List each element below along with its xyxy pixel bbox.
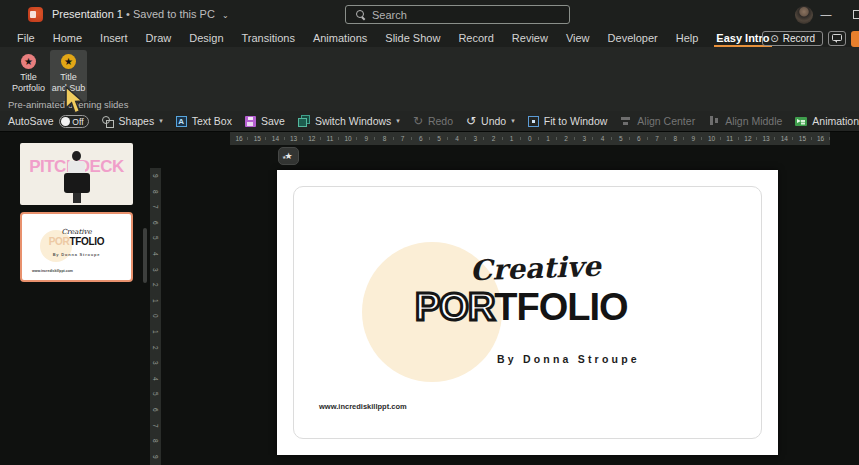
powerpoint-logo-icon — [28, 7, 43, 22]
record-button[interactable]: ⊙ Record — [762, 31, 823, 46]
tab-file[interactable]: File — [8, 31, 44, 47]
vruler-tick: 1 — [148, 295, 164, 306]
hruler-tick: 12 — [739, 135, 757, 142]
redo-button: ↻Redo — [413, 115, 453, 127]
tab-home[interactable]: Home — [44, 31, 91, 47]
document-title[interactable]: Presentation 1 • Saved to this PC ⌄ — [52, 8, 229, 20]
hruler-tick: 16 — [230, 135, 248, 142]
vruler-tick: 2 — [148, 342, 164, 353]
document-name: Presentation 1 — [52, 8, 123, 20]
hruler-tick: 14 — [775, 135, 793, 142]
align-middle-icon — [708, 115, 720, 127]
designer-sparkle-button[interactable]: ★ ★ — [278, 147, 299, 165]
minimize-button[interactable]: — — [818, 4, 834, 24]
undo-icon: ↺ — [466, 115, 476, 127]
hruler-tick: 7 — [648, 135, 666, 142]
switch-windows-button[interactable]: Switch Windows▾ — [298, 115, 400, 127]
slide-byline-text[interactable]: By Donna Stroupe — [497, 353, 640, 365]
ribbon: ★ Title Portfolio ★ Title and Sub Pre-an… — [0, 47, 859, 111]
hruler-tick: 7 — [394, 135, 412, 142]
thumbnail-title-text: PORTFOLIO — [22, 236, 131, 247]
text-box-icon: A — [176, 116, 187, 127]
record-icon: ⊙ — [770, 34, 778, 44]
woman-photo — [60, 151, 94, 203]
align-center-button: Align Center — [620, 115, 695, 127]
vruler-tick: 4 — [148, 373, 164, 384]
thumbnail-script-text: Creative — [22, 228, 131, 236]
hruler-tick: 6 — [412, 135, 430, 142]
tab-draw[interactable]: Draw — [137, 31, 181, 47]
slide-script-text[interactable]: Creative — [469, 250, 601, 288]
title-portfolio-button[interactable]: ★ Title Portfolio — [10, 50, 47, 102]
red-star-icon: ★ — [21, 54, 36, 69]
hruler-tick: 13 — [285, 135, 303, 142]
slide-thumbnail-1[interactable]: PITCHDECK — [20, 143, 133, 205]
tab-insert[interactable]: Insert — [91, 31, 137, 47]
animation-pane-icon — [795, 117, 807, 126]
save-button[interactable]: Save — [245, 115, 285, 127]
hruler-tick: 11 — [721, 135, 739, 142]
tab-slide-show[interactable]: Slide Show — [376, 31, 449, 47]
search-icon — [356, 10, 365, 19]
animation-pane-button[interactable]: Animation Pane — [795, 115, 859, 127]
share-button-partial[interactable] — [851, 31, 859, 47]
slide-title-text[interactable]: PORTFOLIO — [415, 286, 628, 329]
align-center-icon — [620, 115, 632, 127]
vruler-tick: 9 — [148, 170, 164, 181]
text-box-button[interactable]: AText Box — [176, 115, 232, 127]
tab-animations[interactable]: Animations — [304, 31, 376, 47]
save-status: Saved to this PC — [133, 8, 215, 20]
vruler-tick: 6 — [148, 404, 164, 415]
vruler-tick: 4 — [148, 248, 164, 259]
hruler-tick: 6 — [630, 135, 648, 142]
hruler-tick: 3 — [466, 135, 484, 142]
thumbnail-byline: By Donna Stroupe — [22, 252, 131, 257]
fit-to-window-button[interactable]: Fit to Window — [528, 115, 608, 127]
undo-button[interactable]: ↺Undo▾ — [466, 115, 515, 127]
hruler-tick: 8 — [666, 135, 684, 142]
hruler-tick: 12 — [303, 135, 321, 142]
redo-icon: ↻ — [413, 115, 423, 127]
menubar-right-actions: ⊙ Record — [762, 30, 859, 47]
vruler-tick: 6 — [148, 217, 164, 228]
hruler-tick: 10 — [702, 135, 720, 142]
hruler-tick: 16 — [812, 135, 830, 142]
switch-windows-icon — [298, 115, 310, 127]
tab-developer[interactable]: Developer — [599, 31, 667, 47]
hruler-tick: 4 — [448, 135, 466, 142]
hruler-tick: 4 — [593, 135, 611, 142]
vruler-tick: 3 — [148, 264, 164, 275]
hruler-tick: 14 — [266, 135, 284, 142]
titlebar: Presentation 1 • Saved to this PC ⌄ Sear… — [0, 0, 859, 30]
thumbnail-url: www.incrediskillppt.com — [32, 269, 73, 273]
tab-record[interactable]: Record — [449, 31, 502, 47]
vruler-tick: 5 — [148, 233, 164, 244]
hruler-tick: 5 — [612, 135, 630, 142]
restore-button[interactable] — [853, 10, 859, 19]
hruler-tick: 0 — [521, 135, 539, 142]
hruler-tick: 1 — [503, 135, 521, 142]
thumbnail-scrollbar[interactable] — [143, 228, 147, 283]
tab-help[interactable]: Help — [667, 31, 708, 47]
vruler-tick: 1 — [148, 326, 164, 337]
shapes-button[interactable]: Shapes▾ — [102, 115, 163, 127]
comments-button[interactable] — [828, 31, 846, 46]
slide-thumbnail-2-selected[interactable]: Creative PORTFOLIO By Donna Stroupe www.… — [20, 212, 133, 282]
tab-review[interactable]: Review — [503, 31, 557, 47]
autosave-toggle[interactable]: AutoSaveOff — [8, 115, 89, 128]
vruler-tick: 2 — [148, 279, 164, 290]
align-middle-button: Align Middle — [708, 115, 782, 127]
search-input[interactable]: Search — [345, 5, 570, 24]
tab-transitions[interactable]: Transitions — [233, 31, 304, 47]
mouse-cursor-icon — [64, 86, 86, 116]
hruler-tick: 8 — [375, 135, 393, 142]
user-avatar[interactable] — [795, 6, 813, 24]
workspace: 1 ★ PITCHDECK 2 ★ Creative PORTFOLIO By … — [0, 132, 859, 465]
tab-design[interactable]: Design — [180, 31, 232, 47]
tab-view[interactable]: View — [557, 31, 599, 47]
title-chevron-icon[interactable]: ⌄ — [222, 11, 229, 20]
hruler-tick: 1 — [539, 135, 557, 142]
hruler-tick: 10 — [339, 135, 357, 142]
slide-canvas[interactable]: Creative PORTFOLIO By Donna Stroupe www.… — [277, 170, 778, 455]
slide-url-text[interactable]: www.incrediskillppt.com — [319, 402, 407, 411]
